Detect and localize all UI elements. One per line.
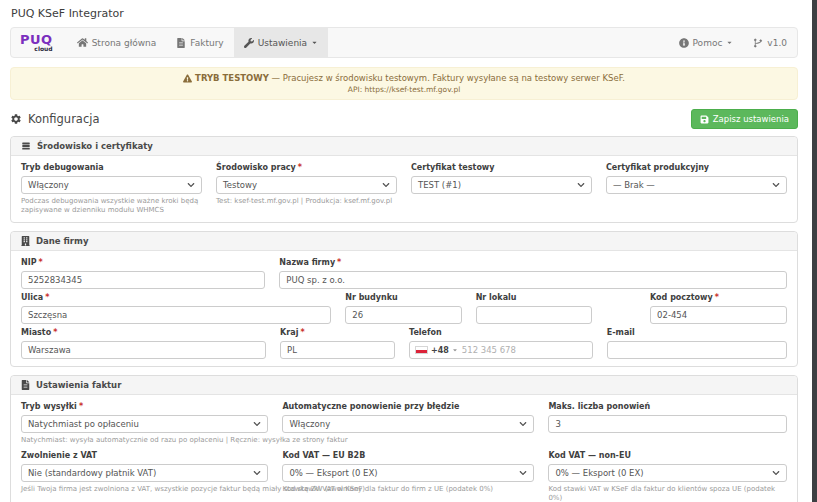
file-invoice-icon — [176, 38, 186, 48]
field-label-max-retries: Maks. liczba ponowień — [548, 402, 787, 412]
alert-text: — Pracujesz w środowisku testowym. Faktu… — [272, 73, 625, 83]
chevron-down-icon — [382, 181, 390, 189]
nip-input[interactable] — [21, 271, 265, 289]
field-label-cert-test: Certyfikat testowy — [411, 163, 592, 173]
card-company: Dane firmy NIP* Nazwa firmy* Ulica* — [10, 231, 798, 367]
info-circle-icon — [679, 38, 689, 48]
config-header-row: Konfiguracja Zapisz ustawienia — [10, 109, 798, 129]
field-label-vat-eu: Kod VAT — EU B2B — [282, 451, 534, 461]
card-title: Środowisko i certyfikaty — [37, 141, 153, 151]
test-mode-alert: TRYB TESTOWY — Pracujesz w środowisku te… — [10, 67, 798, 100]
field-label-vat-exempt: Zwolnienie z VAT — [21, 451, 268, 461]
building-icon — [21, 236, 30, 246]
navbar: PUQ cloud Strona główna Faktury Ustawien… — [10, 27, 798, 58]
nav-item-invoices[interactable]: Faktury — [166, 28, 233, 57]
building-number-input[interactable] — [345, 306, 461, 324]
chevron-down-icon — [577, 181, 585, 189]
nav-item-label: Faktury — [190, 38, 223, 48]
field-label-work-env: Środowisko pracy* — [216, 163, 397, 173]
send-mode-select[interactable]: Natychmiast po opłaceniu — [21, 415, 268, 433]
production-certificate-select[interactable]: — Brak — — [606, 176, 787, 194]
warning-triangle-icon — [183, 74, 192, 83]
vat-exempt-select[interactable]: Nie (standardowy płatnik VAT) — [21, 464, 268, 482]
nav-item-help[interactable]: Pomoc — [669, 28, 744, 57]
field-help-send-mode: Natychmiast: wysyła automatycznie od raz… — [21, 436, 404, 445]
page: PUQ KSeF Integrator PUQ cloud Strona głó… — [0, 0, 812, 502]
field-label-country: Kraj* — [280, 328, 395, 338]
field-label-send-mode: Tryb wysyłki* — [21, 402, 268, 412]
vat-eu-select[interactable]: 0% — Eksport (0 EX) — [282, 464, 534, 482]
save-settings-button[interactable]: Zapisz ustawienia — [691, 109, 798, 129]
card-invoice-settings: Ustawienia faktur Tryb wysyłki* Natychmi… — [10, 375, 798, 502]
chevron-down-icon — [187, 181, 195, 189]
field-label-company-name: Nazwa firmy* — [279, 258, 787, 268]
caret-down-icon — [726, 39, 733, 46]
brand-logo-sub: cloud — [34, 46, 52, 51]
select-value: TEST (#1) — [418, 180, 461, 190]
city-input[interactable] — [21, 341, 266, 359]
select-value: Nie (standardowy płatnik VAT) — [28, 468, 156, 478]
street-input[interactable] — [21, 306, 331, 324]
card-environment-header: Środowisko i certyfikaty — [11, 137, 797, 156]
alert-badge: TRYB TESTOWY — [195, 73, 269, 83]
alert-message: TRYB TESTOWY — Pracujesz w środowisku te… — [19, 73, 789, 83]
field-label-auto-retry: Automatyczne ponowienie przy błędzie — [282, 402, 534, 412]
field-label-cert-prod: Certyfikat produkcyjny — [606, 163, 787, 173]
postcode-input[interactable] — [650, 306, 787, 324]
nav-item-home[interactable]: Strona główna — [67, 28, 167, 57]
max-retries-input[interactable] — [548, 415, 787, 433]
caret-down-icon — [311, 39, 318, 46]
test-certificate-select[interactable]: TEST (#1) — [411, 176, 592, 194]
field-label-building-no: Nr budynku — [345, 293, 461, 303]
nav-item-label: Ustawienia — [258, 38, 307, 48]
nav-item-settings[interactable]: Ustawienia — [234, 28, 328, 57]
home-icon — [77, 37, 88, 48]
field-label-phone: Telefon — [409, 328, 593, 338]
field-label-postcode: Kod pocztowy* — [650, 293, 787, 303]
nav-item-version[interactable]: v1.0 — [743, 28, 797, 57]
debug-mode-select[interactable]: Włączony — [21, 176, 202, 194]
field-label-vat-non-eu: Kod VAT — non-EU — [548, 451, 787, 461]
save-button-label: Zapisz ustawienia — [713, 114, 789, 124]
field-label-unit-no: Nr lokalu — [476, 293, 592, 303]
gear-icon — [10, 113, 22, 125]
select-value: 0% — Eksport (0 EX) — [289, 468, 377, 478]
company-name-input[interactable] — [279, 271, 787, 289]
file-invoice-icon — [21, 380, 30, 390]
chevron-down-icon — [519, 469, 527, 477]
field-label-debug-mode: Tryb debugowania — [21, 163, 202, 173]
country-input[interactable] — [280, 341, 395, 359]
unit-number-input[interactable] — [476, 306, 592, 324]
phone-country-select[interactable]: +48 — [415, 346, 458, 355]
section-title-config: Konfiguracja — [10, 112, 99, 126]
save-icon — [700, 115, 709, 124]
card-company-header: Dane firmy — [11, 232, 797, 251]
phone-number-input[interactable] — [462, 345, 587, 355]
chevron-down-icon — [253, 469, 261, 477]
card-title: Ustawienia faktur — [36, 380, 121, 390]
select-value: Testowy — [223, 180, 257, 190]
config-title-text: Konfiguracja — [28, 112, 99, 126]
nav-item-label: v1.0 — [767, 38, 787, 48]
wrench-icon — [244, 38, 254, 48]
vat-non-eu-select[interactable]: 0% — Eksport (0 EX) — [548, 464, 787, 482]
card-environment: Środowisko i certyfikaty Tryb debugowani… — [10, 136, 798, 223]
window-edge — [812, 0, 817, 502]
field-help-vat-non-eu: Kod stawki VAT w KSeF dla faktur do klie… — [548, 485, 787, 502]
phone-prefix: +48 — [431, 346, 449, 355]
brand-logo[interactable]: PUQ cloud — [11, 28, 67, 57]
phone-field[interactable]: +48 — [409, 341, 593, 359]
select-value: Natychmiast po opłaceniu — [28, 419, 139, 429]
poland-flag-icon — [415, 346, 428, 354]
navbar-right: Pomoc v1.0 — [669, 28, 797, 57]
field-label-nip: NIP* — [21, 258, 265, 268]
auto-retry-select[interactable]: Włączony — [282, 415, 534, 433]
field-help-debug-mode: Podczas debugowania wszystkie ważne krok… — [21, 197, 202, 215]
field-label-email: E-mail — [607, 328, 787, 338]
chevron-down-icon — [253, 420, 261, 428]
nav-item-label: Pomoc — [693, 38, 723, 48]
field-label-street: Ulica* — [21, 293, 331, 303]
email-input[interactable] — [607, 341, 787, 359]
work-environment-select[interactable]: Testowy — [216, 176, 397, 194]
caret-down-icon — [452, 347, 458, 353]
